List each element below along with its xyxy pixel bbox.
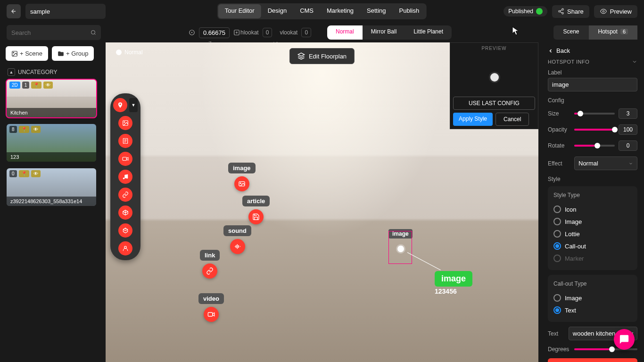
- delete-hotspot-button[interactable]: Delete Hotspot: [548, 358, 637, 362]
- sound-wave-icon: [230, 239, 245, 254]
- tool-video[interactable]: [118, 152, 132, 166]
- hotspot-count-badge: 6: [620, 29, 628, 34]
- callout-number: 123456: [435, 288, 457, 295]
- chat-fab[interactable]: [614, 329, 635, 350]
- size-value[interactable]: 3: [619, 108, 637, 119]
- scene-name: z3922148626303_558a331e14: [7, 197, 96, 206]
- add-group-button[interactable]: + Group: [52, 46, 94, 61]
- preview-panel: PREVIEW USE LAST CONFIG Apply Style Canc…: [450, 42, 538, 129]
- callout-dot-icon: [397, 246, 404, 252]
- tab-publish[interactable]: Publish: [393, 4, 426, 18]
- tool-column: ▼: [110, 93, 140, 260]
- tool-link[interactable]: [118, 188, 132, 202]
- svg-point-4: [91, 31, 95, 34]
- back-link[interactable]: Back: [548, 47, 637, 54]
- hotspot-image[interactable]: image: [228, 163, 256, 191]
- radio-callout-image[interactable]: Image: [553, 292, 632, 304]
- tool-product[interactable]: [118, 223, 132, 238]
- apply-style-button[interactable]: Apply Style: [453, 113, 493, 126]
- radio-callout-text[interactable]: Text: [553, 304, 632, 316]
- svg-point-1: [559, 10, 561, 12]
- search-input[interactable]: [7, 25, 101, 40]
- size-slider[interactable]: [574, 113, 615, 115]
- rotate-value[interactable]: 0: [619, 140, 637, 151]
- cancel-button[interactable]: Cancel: [495, 113, 529, 126]
- add-scene-button[interactable]: + Scene: [6, 46, 48, 61]
- proj-planet[interactable]: Little Planet: [405, 25, 452, 40]
- hotspot-sound[interactable]: sound: [223, 225, 251, 254]
- tab-marketing[interactable]: Marketing: [320, 4, 360, 18]
- image-icon: [234, 176, 249, 191]
- proj-mirror[interactable]: Mirror Ball: [363, 25, 405, 40]
- scene-card-z39[interactable]: 0📍👁 z3922148626303_558a331e14: [6, 167, 97, 207]
- right-panel: Back HOTSPOT INFO Label Config Size3 Opa…: [541, 42, 644, 362]
- normal-badge: Normal: [116, 49, 143, 56]
- radio-callout[interactable]: Call-out: [553, 240, 632, 252]
- zoom-value[interactable]: 0.66675: [199, 27, 230, 38]
- svg-rect-13: [123, 157, 126, 161]
- share-button[interactable]: Share: [552, 5, 589, 18]
- opacity-slider[interactable]: [574, 129, 615, 131]
- hlookat-value[interactable]: 0: [263, 28, 272, 37]
- hotspot-video[interactable]: video: [198, 293, 224, 322]
- projection-tabs: Normal Mirror Ball Little Planet Project…: [327, 25, 452, 40]
- tool-3d[interactable]: [118, 206, 132, 220]
- pin-icon: 📍: [19, 170, 29, 177]
- tool-image[interactable]: [118, 116, 132, 130]
- zoom-plus-icon[interactable]: [233, 29, 240, 36]
- main-tabs: Tour Editor Design CMS Marketing Setting…: [217, 3, 427, 19]
- svg-rect-19: [208, 313, 212, 316]
- tab-cms[interactable]: CMS: [293, 4, 320, 18]
- use-last-config-button[interactable]: USE LAST CONFIG: [453, 97, 535, 110]
- project-name[interactable]: sample: [25, 4, 106, 19]
- preview-button[interactable]: Preview: [594, 5, 637, 18]
- pin-icon: 📍: [19, 126, 29, 133]
- eye-icon: 👁: [43, 82, 53, 89]
- proj-normal[interactable]: Normal: [327, 25, 363, 40]
- search-icon: [91, 29, 96, 36]
- radio-icon[interactable]: Icon: [553, 203, 632, 215]
- tool-article[interactable]: [118, 134, 132, 148]
- rotate-slider[interactable]: [574, 145, 615, 147]
- effect-select[interactable]: Normal: [574, 156, 637, 170]
- tab-setting[interactable]: Setting: [360, 4, 392, 18]
- svg-point-6: [191, 32, 192, 33]
- eye-icon: 👁: [31, 126, 41, 133]
- tab-tour-editor[interactable]: Tour Editor: [218, 4, 261, 18]
- tool-pin[interactable]: [113, 98, 127, 112]
- badge-2d: 2D: [9, 82, 20, 89]
- published-badge[interactable]: Published: [504, 6, 547, 16]
- mode-scene[interactable]: Scene: [553, 25, 588, 40]
- scene-name: 123: [7, 152, 96, 162]
- radio-lottie[interactable]: Lottie: [553, 228, 632, 240]
- video-icon: [204, 307, 219, 322]
- hotspot-callout[interactable]: image image 123456: [388, 231, 412, 264]
- radio-marker: Marker: [553, 252, 632, 264]
- edit-floorplan-button[interactable]: Edit Floorplan: [289, 48, 355, 64]
- callout-text: image: [435, 271, 472, 287]
- chevron-down-icon[interactable]: [632, 59, 637, 65]
- label-input[interactable]: [548, 78, 637, 91]
- hotspot-article[interactable]: article: [242, 196, 270, 224]
- radio-image[interactable]: Image: [553, 215, 632, 228]
- viewport[interactable]: Normal Edit Floorplan ▼ image article so…: [106, 42, 538, 362]
- back-button[interactable]: [7, 4, 21, 18]
- tool-sound[interactable]: [118, 170, 132, 184]
- opacity-value[interactable]: 100: [619, 124, 637, 135]
- svg-point-3: [603, 10, 604, 12]
- tab-design[interactable]: Design: [261, 4, 293, 18]
- svg-point-14: [123, 178, 125, 180]
- mode-hotspot[interactable]: Hotspot6: [589, 25, 637, 40]
- vlookat-value[interactable]: 0: [301, 28, 311, 37]
- svg-point-9: [13, 52, 14, 53]
- scene-card-123[interactable]: 8📍👁 123: [6, 123, 97, 163]
- tool-pin-dropdown[interactable]: ▼: [129, 98, 138, 112]
- tool-avatar[interactable]: [118, 241, 132, 255]
- hotspot-link[interactable]: link: [200, 250, 220, 279]
- uncategory-header[interactable]: ▲UNCATEGORY: [6, 66, 97, 79]
- scene-card-kitchen[interactable]: 2D1📍👁 Kitchen: [6, 79, 97, 118]
- eye-icon: 👁: [31, 170, 41, 177]
- save-icon: [248, 209, 264, 224]
- zoom-target-icon[interactable]: [189, 29, 195, 36]
- callout-bbox[interactable]: [388, 231, 412, 264]
